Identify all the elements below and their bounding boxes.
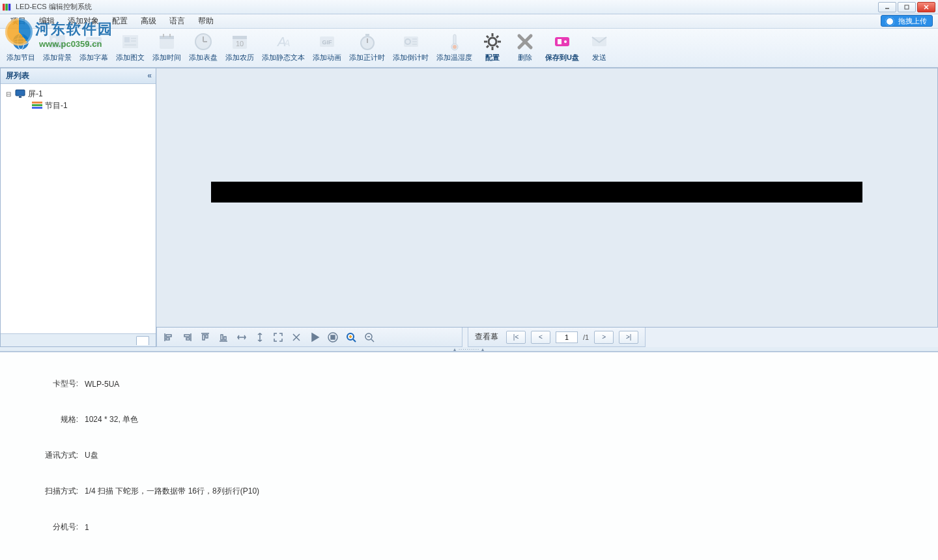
svg-rect-65 <box>32 107 42 109</box>
preview-canvas[interactable] <box>156 68 938 328</box>
svg-point-46 <box>489 38 496 46</box>
menu-add-object[interactable]: 添加对象 <box>61 14 106 28</box>
horizontal-splitter[interactable]: ▴ ·········· ▴ <box>0 347 938 352</box>
fit-button[interactable] <box>270 330 286 344</box>
zoom-in-button[interactable] <box>343 330 359 344</box>
monitor-icon <box>15 89 25 98</box>
program-icon <box>32 101 42 110</box>
svg-rect-13 <box>86 37 102 46</box>
menu-project[interactable]: 项目 <box>4 14 33 28</box>
page-input[interactable] <box>556 331 578 343</box>
svg-rect-71 <box>186 338 190 340</box>
gif-icon: GIF <box>317 31 337 52</box>
svg-rect-4 <box>905 5 909 9</box>
toolbar-gif[interactable]: GIF添加动画 <box>309 30 345 67</box>
toolbar-image[interactable]: 添加背景 <box>39 30 76 67</box>
toolbar-picture[interactable]: 添加图文 <box>112 30 149 67</box>
info-value: U盘 <box>85 450 98 461</box>
prev-page-button[interactable]: < <box>531 331 550 344</box>
stretch-v-button[interactable] <box>252 330 268 344</box>
svg-rect-22 <box>160 36 174 39</box>
align-left-button[interactable] <box>161 330 177 344</box>
svg-line-51 <box>487 36 489 38</box>
paging-label: 查看幕 <box>475 331 498 343</box>
svg-rect-74 <box>206 335 208 338</box>
tree-expand-icon[interactable]: ⊟ <box>5 91 12 98</box>
stretch-h-button[interactable] <box>234 330 249 344</box>
info-label: 通讯方式: <box>33 450 78 461</box>
app-icon <box>3 3 12 12</box>
zoom-out-button[interactable] <box>362 330 377 344</box>
picture-icon <box>120 31 141 52</box>
globe-icon <box>10 31 31 52</box>
menu-config[interactable]: 配置 <box>106 14 134 28</box>
gear-icon <box>482 31 503 52</box>
menu-help[interactable]: 帮助 <box>192 14 220 28</box>
svg-line-54 <box>496 36 498 38</box>
align-top-button[interactable] <box>197 330 213 344</box>
toolbar-globe[interactable]: 添加节目 <box>3 30 39 67</box>
toolbar-calendar[interactable]: 添加时间 <box>149 30 185 67</box>
drag-upload-button[interactable]: 拖拽上传 <box>881 15 933 27</box>
toolbar-x[interactable]: 删除 <box>509 30 541 67</box>
toolbar-cal10[interactable]: 10添加农历 <box>221 30 258 67</box>
screen-tree[interactable]: ⊟ 屏-1 节目-1 <box>1 84 156 333</box>
delete-button[interactable] <box>289 330 304 344</box>
toolbar-subtitle[interactable]: 添加字幕 <box>76 30 112 67</box>
collapse-sidebar-icon[interactable]: « <box>147 71 152 80</box>
stop-button[interactable] <box>325 330 341 344</box>
svg-rect-68 <box>166 338 169 340</box>
paging-bar: 查看幕 |< < /1 > >| <box>468 328 646 347</box>
svg-rect-70 <box>184 335 190 337</box>
clock-icon <box>193 31 214 52</box>
info-row: 卡型号:WLP-5UA <box>33 378 938 389</box>
text-icon: AA <box>273 31 294 52</box>
cal10-icon: 10 <box>229 31 250 52</box>
menu-language[interactable]: 语言 <box>163 14 192 28</box>
minimize-button[interactable] <box>878 2 896 12</box>
toolbar-clock[interactable]: 添加表盘 <box>185 30 221 67</box>
tree-node-screen[interactable]: ⊟ 屏-1 <box>5 88 152 100</box>
close-button[interactable] <box>917 2 935 12</box>
align-right-button[interactable] <box>179 330 195 344</box>
sidebar-tab-strip <box>1 333 156 346</box>
svg-text:GIF: GIF <box>322 39 333 46</box>
screen-list-header: 屏列表 « <box>1 68 156 84</box>
toolbar-mail[interactable]: 发送 <box>583 30 616 67</box>
svg-rect-2 <box>8 3 11 10</box>
toolbar-stopwatch[interactable]: 添加正计时 <box>345 30 389 67</box>
screen-list-panel: 屏列表 « ⊟ 屏-1 节目-1 <box>0 68 156 347</box>
thermo-icon <box>444 31 465 52</box>
info-value: WLP-5UA <box>85 380 119 389</box>
menu-edit[interactable]: 编辑 <box>33 14 61 28</box>
svg-rect-29 <box>233 36 247 39</box>
info-value: 1/4 扫描 下蛇形，一路数据带 16行，8列折行(P10) <box>85 486 259 497</box>
toolbar-thermo[interactable]: 添加温湿度 <box>433 30 476 67</box>
toolbar-text[interactable]: AA添加静态文本 <box>258 30 309 67</box>
last-page-button[interactable]: >| <box>619 331 638 344</box>
page-total: /1 <box>583 333 589 341</box>
svg-rect-73 <box>203 335 205 340</box>
svg-rect-63 <box>32 102 42 104</box>
svg-line-52 <box>496 46 498 48</box>
menu-advanced[interactable]: 高级 <box>134 14 163 28</box>
info-label: 扫描方式: <box>33 486 78 497</box>
toolbar-timer[interactable]: 添加倒计时 <box>389 30 433 67</box>
next-page-button[interactable]: > <box>594 331 614 344</box>
svg-text:10: 10 <box>236 40 244 48</box>
info-label: 规格: <box>33 414 78 425</box>
play-button[interactable] <box>307 330 322 344</box>
sidebar-tab[interactable] <box>136 336 149 345</box>
toolbar-usb[interactable]: 保存到U盘 <box>541 30 583 67</box>
led-preview-strip[interactable] <box>211 182 862 203</box>
window-title: LED-ECS 编辑控制系统 <box>16 2 878 12</box>
usb-icon <box>552 31 573 52</box>
maximize-button[interactable] <box>898 2 916 12</box>
first-page-button[interactable]: |< <box>506 331 526 344</box>
svg-rect-79 <box>331 335 335 339</box>
svg-rect-76 <box>221 335 223 340</box>
info-row: 通讯方式:U盘 <box>33 450 938 461</box>
align-bottom-button[interactable] <box>216 330 231 344</box>
toolbar-gear[interactable]: 配置 <box>476 30 509 67</box>
tree-node-program[interactable]: 节目-1 <box>5 100 152 111</box>
